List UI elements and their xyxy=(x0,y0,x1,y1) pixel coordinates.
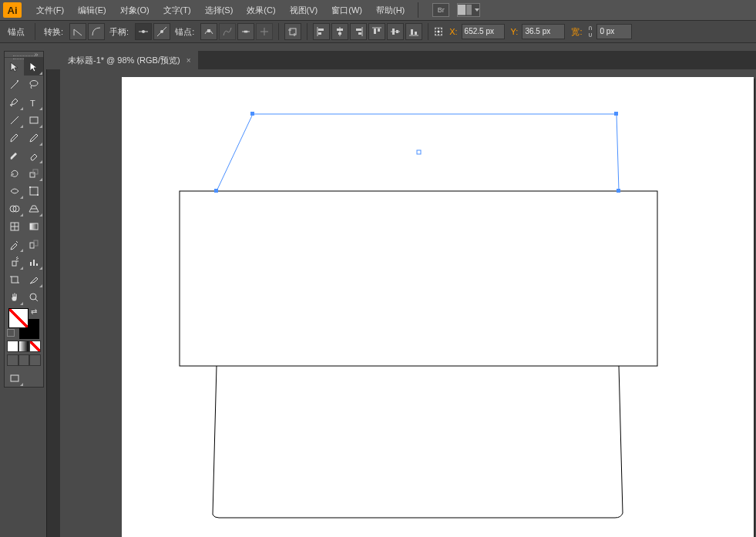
svg-rect-25 xyxy=(378,29,380,32)
menu-object[interactable]: 对象(O) xyxy=(113,0,156,20)
menu-effect[interactable]: 效果(C) xyxy=(240,0,282,20)
menu-help[interactable]: 帮助(H) xyxy=(369,0,412,20)
canvas[interactable] xyxy=(60,69,756,537)
mesh-icon xyxy=(8,220,21,233)
artboard[interactable] xyxy=(122,77,754,537)
draw-inside-button[interactable] xyxy=(29,354,41,366)
connect-anchors-button[interactable] xyxy=(219,23,236,40)
panel-grip[interactable]: » xyxy=(5,52,43,58)
paintbrush-tool[interactable] xyxy=(5,129,24,146)
menu-edit[interactable]: 编辑(E) xyxy=(71,0,113,20)
convert-to-smooth-button[interactable] xyxy=(88,23,105,40)
rectangle-tool[interactable] xyxy=(24,111,43,129)
menu-select[interactable]: 选择(S) xyxy=(198,0,240,20)
type-tool[interactable]: T xyxy=(24,93,43,111)
perspective-grid-tool[interactable] xyxy=(24,200,43,217)
blend-tool[interactable] xyxy=(24,235,43,253)
collapsed-panel-strip[interactable] xyxy=(46,69,60,537)
menu-window[interactable]: 窗口(W) xyxy=(324,0,369,20)
pencil-tool[interactable] xyxy=(24,129,43,146)
align-pixel-button[interactable] xyxy=(256,23,273,40)
zoom-tool[interactable] xyxy=(24,288,43,306)
free-transform-tool[interactable] xyxy=(24,182,43,200)
selection-tool[interactable] xyxy=(5,58,24,76)
hide-handles-button[interactable] xyxy=(153,23,170,40)
menu-view[interactable]: 视图(V) xyxy=(283,0,325,20)
document-tab[interactable]: 未标题-1* @ 98% (RGB/预览) × xyxy=(60,51,198,69)
gradient-tool[interactable] xyxy=(24,217,43,235)
line-tool[interactable] xyxy=(5,111,24,129)
close-tab-button[interactable]: × xyxy=(186,56,191,65)
selection-icon xyxy=(8,61,21,73)
svg-point-41 xyxy=(441,34,442,35)
svg-rect-45 xyxy=(30,117,38,123)
symbol-sprayer-tool[interactable] xyxy=(5,253,24,270)
align-bottom-button[interactable] xyxy=(405,23,422,40)
rectangle-icon xyxy=(28,114,40,126)
svg-rect-50 xyxy=(37,194,39,196)
align-left-button[interactable] xyxy=(313,23,330,40)
bridge-button[interactable]: Br xyxy=(432,3,449,17)
fill-stroke-control[interactable]: ⇄ xyxy=(5,306,43,340)
menu-type[interactable]: 文字(T) xyxy=(156,0,198,20)
svg-rect-21 xyxy=(356,29,361,31)
width-tool[interactable] xyxy=(5,182,24,200)
svg-rect-56 xyxy=(30,223,38,230)
menu-file[interactable]: 文件(F) xyxy=(29,0,71,20)
gradient-button[interactable] xyxy=(18,341,30,352)
lasso-tool[interactable] xyxy=(24,76,43,93)
anchors-label: 锚点: xyxy=(175,26,194,38)
x-input[interactable] xyxy=(462,24,505,39)
remove-anchor-button[interactable] xyxy=(200,23,217,40)
direct-selection-tool[interactable] xyxy=(24,58,43,76)
svg-point-42 xyxy=(30,80,38,86)
gradient-icon xyxy=(28,220,40,233)
handles-label: 手柄: xyxy=(109,26,129,38)
draw-normal-button[interactable] xyxy=(7,354,18,366)
swap-fill-stroke-icon[interactable]: ⇄ xyxy=(31,307,37,316)
link-icon xyxy=(586,26,594,37)
app-logo: Ai xyxy=(3,2,22,18)
show-handles-button[interactable] xyxy=(135,23,152,40)
cut-path-button[interactable] xyxy=(237,23,254,40)
color-button[interactable] xyxy=(7,341,18,352)
align-vcenter-button[interactable] xyxy=(387,23,404,40)
align-hcenter-button[interactable] xyxy=(331,23,348,40)
eraser-tool[interactable] xyxy=(24,146,43,164)
eyedropper-tool[interactable] xyxy=(5,235,24,253)
svg-line-44 xyxy=(11,116,18,124)
rotate-tool[interactable] xyxy=(5,164,24,182)
scale-tool[interactable] xyxy=(24,164,43,182)
none-button[interactable] xyxy=(29,341,41,352)
column-graph-tool[interactable] xyxy=(24,253,43,270)
svg-rect-6 xyxy=(207,29,210,32)
draw-behind-button[interactable] xyxy=(18,354,30,366)
artboard-tool[interactable] xyxy=(5,270,24,288)
svg-rect-16 xyxy=(318,32,321,35)
svg-rect-31 xyxy=(415,32,417,35)
w-input[interactable] xyxy=(596,24,632,39)
mesh-tool[interactable] xyxy=(5,217,24,235)
screen-mode-button[interactable] xyxy=(5,369,24,387)
pen-tool[interactable] xyxy=(5,93,24,111)
blob-brush-tool[interactable] xyxy=(5,146,24,164)
reference-point[interactable] xyxy=(434,24,443,39)
hand-tool[interactable] xyxy=(5,288,24,306)
isolate-button[interactable] xyxy=(284,23,301,40)
align-top-button[interactable] xyxy=(368,23,385,40)
default-fill-stroke-icon[interactable] xyxy=(7,329,15,337)
type-icon: T xyxy=(28,96,40,109)
zoom-icon xyxy=(28,291,40,304)
convert-to-corner-button[interactable] xyxy=(69,23,86,40)
link-wh-button[interactable] xyxy=(586,24,595,39)
svg-rect-71 xyxy=(250,112,254,116)
magic-wand-tool[interactable] xyxy=(5,76,24,93)
slice-tool[interactable] xyxy=(24,270,43,288)
shape-builder-tool[interactable] xyxy=(5,200,24,217)
y-input[interactable] xyxy=(522,24,565,39)
fill-swatch[interactable] xyxy=(8,308,29,328)
workspace-switcher[interactable] xyxy=(457,3,480,17)
hand-icon xyxy=(8,291,21,304)
align-right-button[interactable] xyxy=(350,23,367,40)
svg-point-35 xyxy=(441,28,442,29)
